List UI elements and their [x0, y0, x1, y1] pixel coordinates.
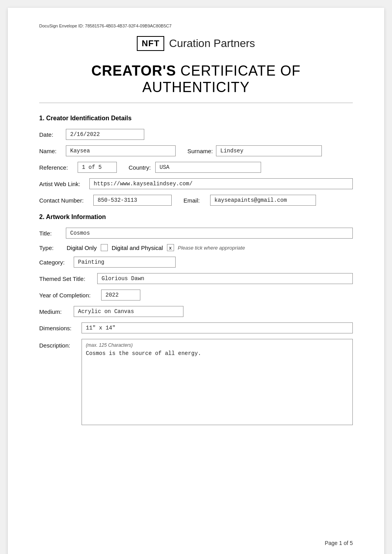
type-digital-physical-text: Digital and Physical: [112, 244, 163, 251]
weblink-row: Artist Web Link: https://www.kaysealinds…: [39, 178, 353, 189]
type-label: Type:: [39, 244, 63, 251]
weblink-label: Artist Web Link:: [39, 181, 86, 187]
description-row: Description: (max. 125 Characters) Cosmo…: [39, 339, 353, 425]
description-text: Cosmos is the source of all energy.: [86, 350, 348, 357]
surname-group: Surname: Lindsey: [187, 145, 322, 156]
title-bold: CREATOR'S: [91, 63, 176, 79]
company-name: Curation Partners: [169, 37, 255, 50]
reference-group: Reference: 1 of 5: [39, 162, 117, 173]
medium-field[interactable]: Acrylic on Canvas: [74, 306, 183, 317]
email-group: Email: kayseapaints@gmail.com: [183, 195, 316, 206]
contact-email-row: Contact Number: 850-532-3113 Email: kays…: [39, 195, 353, 206]
year-field[interactable]: 2022: [101, 290, 140, 301]
themed-set-row: Themed Set Title: Glorious Dawn: [39, 273, 353, 284]
contact-label: Contact Number:: [39, 197, 90, 204]
name-label: Name:: [39, 148, 63, 154]
nft-logo-box: NFT: [137, 36, 164, 51]
country-label: Country:: [129, 164, 152, 171]
description-field[interactable]: (max. 125 Characters) Cosmos is the sour…: [82, 339, 353, 425]
document-page: DocuSign Envelope ID: 78581576-4B03-4B37…: [8, 8, 384, 554]
main-title: CREATOR'S CERTIFICATE OF AUTHENTICITY: [39, 63, 353, 96]
docusign-header: DocuSign Envelope ID: 78581576-4B03-4B37…: [39, 24, 353, 28]
date-label: Date:: [39, 131, 63, 138]
type-digital-only-text: Digital Only: [67, 244, 97, 251]
date-row: Date: 2/16/2022: [39, 129, 353, 140]
artwork-title-row: Title: Cosmos: [39, 228, 353, 239]
category-label: Category:: [39, 259, 71, 266]
logo-area: NFT Curation Partners: [39, 36, 353, 51]
type-digital-only-checkbox[interactable]: [101, 244, 108, 251]
email-label: Email:: [183, 197, 207, 204]
name-field[interactable]: Kaysea: [66, 145, 176, 156]
email-field[interactable]: kayseapaints@gmail.com: [210, 195, 316, 206]
dimensions-label: Dimensions:: [39, 325, 78, 331]
type-digital-physical-checkbox[interactable]: x: [167, 244, 174, 251]
description-hint: (max. 125 Characters): [86, 342, 348, 348]
reference-field[interactable]: 1 of 5: [78, 162, 117, 173]
dimensions-field[interactable]: 11″ x 14″: [82, 322, 353, 333]
themed-set-field[interactable]: Glorious Dawn: [97, 273, 353, 284]
description-label: Description:: [39, 339, 78, 349]
year-label: Year of Completion:: [39, 292, 98, 299]
name-group: Name: Kaysea: [39, 145, 176, 156]
medium-label: Medium:: [39, 308, 71, 315]
themed-set-label: Themed Set Title:: [39, 275, 94, 282]
page-footer: Page 1 of 5: [325, 540, 353, 546]
country-field[interactable]: USA: [155, 162, 261, 173]
date-field[interactable]: 2/16/2022: [66, 129, 144, 140]
surname-field[interactable]: Lindsey: [216, 145, 322, 156]
contact-group: Contact Number: 850-532-3113: [39, 195, 172, 206]
type-hint: Please tick where appropriate: [178, 245, 245, 251]
surname-label: Surname:: [187, 148, 213, 154]
reference-country-row: Reference: 1 of 5 Country: USA: [39, 162, 353, 173]
category-field[interactable]: Painting: [74, 257, 176, 268]
country-group: Country: USA: [129, 162, 261, 173]
category-row: Category: Painting: [39, 257, 353, 268]
title-divider: [39, 103, 353, 103]
section2-heading: 2. Artwork Information: [39, 214, 353, 221]
artwork-title-field[interactable]: Cosmos: [66, 228, 353, 239]
year-row: Year of Completion: 2022: [39, 290, 353, 301]
reference-label: Reference:: [39, 164, 74, 171]
weblink-field[interactable]: https://www.kaysealindsey.com/: [89, 178, 353, 189]
contact-field[interactable]: 850-532-3113: [93, 195, 172, 206]
medium-row: Medium: Acrylic on Canvas: [39, 306, 353, 317]
type-row: Type: Digital Only Digital and Physical …: [39, 244, 353, 251]
section1-heading: 1. Creator Identification Details: [39, 115, 353, 122]
dimensions-row: Dimensions: 11″ x 14″: [39, 322, 353, 333]
artwork-title-label: Title:: [39, 230, 63, 237]
name-surname-row: Name: Kaysea Surname: Lindsey: [39, 145, 353, 156]
